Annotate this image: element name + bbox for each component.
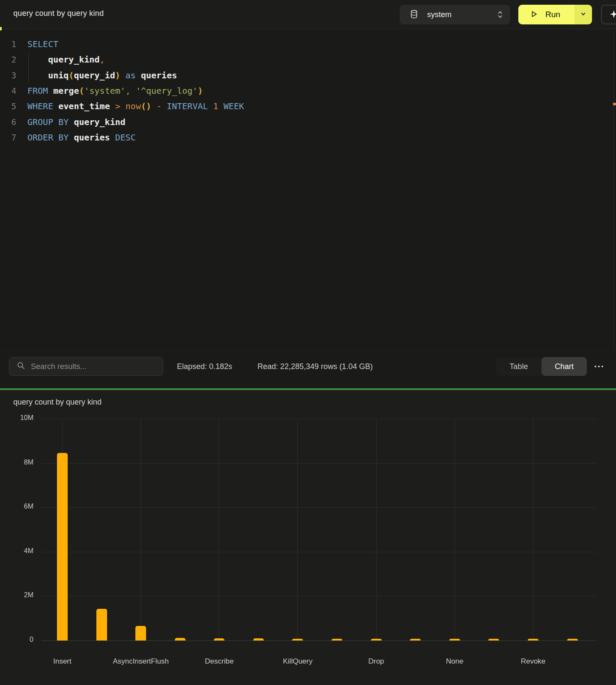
y-axis-label: 6M	[0, 503, 33, 510]
code-text: ORDER BY queries DESC	[27, 132, 136, 143]
chart-bar[interactable]	[135, 626, 146, 640]
x-axis-label: AsyncInsertFlush	[102, 657, 179, 666]
chart-bar[interactable]	[332, 639, 342, 640]
y-gridline	[42, 419, 597, 419]
x-axis-label: None	[416, 657, 493, 666]
x-axis-label: Drop	[338, 657, 415, 666]
chart-bar[interactable]	[57, 453, 68, 640]
toolbar-actions: system Run	[400, 5, 616, 24]
line-number: 7	[0, 133, 16, 142]
chart-bar[interactable]	[292, 639, 303, 640]
line-number: 4	[0, 86, 16, 95]
search-icon	[17, 361, 25, 372]
ellipsis-menu-icon[interactable]	[592, 357, 606, 376]
code-line[interactable]: 2 query_kind,	[0, 52, 616, 67]
y-axis-label: 10M	[0, 414, 33, 422]
sql-console-window: query count by query kind system	[0, 0, 616, 685]
run-options-button[interactable]	[574, 5, 592, 24]
x-axis-label: Revoke	[494, 657, 571, 666]
database-selector[interactable]: system	[400, 5, 510, 24]
line-number: 6	[0, 117, 16, 127]
y-gridline	[42, 596, 597, 596]
code-text: query_kind,	[27, 54, 105, 65]
line-number: 3	[0, 71, 16, 80]
chart-bar[interactable]	[488, 639, 499, 640]
chart-bar[interactable]	[371, 639, 382, 640]
x-gridline	[297, 419, 298, 640]
results-toolbar: Elapsed: 0.182s Read: 22,285,349 rows (1…	[0, 350, 616, 388]
chart-bar[interactable]	[449, 639, 460, 640]
chart-bar[interactable]	[96, 609, 107, 640]
line-number: 1	[0, 39, 16, 49]
x-gridline	[376, 419, 377, 640]
x-gridline	[219, 419, 219, 640]
code-text: uniq(query_id) as queries	[27, 70, 177, 80]
sql-editor[interactable]: 1SELECT2 query_kind,3 uniq(query_id) as …	[0, 30, 616, 350]
play-icon	[530, 10, 538, 20]
code-text: FROM merge('system', '^query_log')	[27, 86, 203, 96]
chart-bar[interactable]	[410, 639, 421, 640]
x-gridline	[141, 419, 141, 640]
chart-bar[interactable]	[175, 638, 185, 640]
y-axis-label: 0	[0, 636, 33, 643]
read-stat: Read: 22,285,349 rows (1.04 GB)	[257, 357, 373, 376]
x-axis-label: Insert	[24, 657, 101, 666]
chart-bar[interactable]	[528, 639, 538, 640]
tab-chart[interactable]: Chart	[541, 357, 587, 376]
code-text: WHERE event_time > now() - INTERVAL 1 WE…	[27, 101, 244, 111]
code-text: SELECT	[27, 39, 58, 49]
chevron-down-icon	[580, 11, 586, 18]
y-axis-label: 4M	[0, 547, 33, 555]
chart-title: query count by query kind	[13, 398, 102, 407]
x-gridline	[455, 419, 455, 640]
code-line[interactable]: 3 uniq(query_id) as queries	[0, 68, 616, 83]
y-axis-label: 8M	[0, 459, 33, 466]
chart-bar[interactable]	[567, 639, 578, 640]
query-tab-title: query count by query kind	[13, 9, 104, 18]
database-selector-value: system	[427, 10, 452, 19]
tab-table[interactable]: Table	[496, 357, 541, 376]
code-lines: 1SELECT2 query_kind,3 uniq(query_id) as …	[0, 36, 616, 145]
search-box	[9, 357, 163, 376]
y-gridline	[42, 552, 597, 552]
code-line[interactable]: 1SELECT	[0, 36, 616, 52]
left-edge-accent	[0, 27, 2, 30]
ai-assist-button[interactable]	[601, 5, 616, 24]
top-toolbar: query count by query kind system	[0, 0, 616, 29]
y-gridline	[42, 463, 597, 464]
sparkle-icon	[609, 9, 616, 20]
run-button-label: Run	[545, 10, 560, 19]
database-icon	[410, 9, 418, 20]
y-gridline	[42, 507, 597, 508]
code-line[interactable]: 4FROM merge('system', '^query_log')	[0, 83, 616, 98]
x-axis-label: Describe	[181, 657, 258, 666]
code-line[interactable]: 6GROUP BY query_kind	[0, 114, 616, 129]
x-gridline	[533, 419, 533, 640]
line-number: 5	[0, 101, 16, 111]
y-axis-label: 2M	[0, 591, 33, 599]
code-text: GROUP BY query_kind	[27, 117, 126, 127]
chart-bar[interactable]	[214, 638, 224, 640]
elapsed-stat: Elapsed: 0.182s	[177, 357, 232, 376]
code-line[interactable]: 7ORDER BY queries DESC	[0, 130, 616, 145]
x-axis-label: KillQuery	[259, 657, 336, 666]
line-number: 2	[0, 55, 16, 64]
chart-bar[interactable]	[253, 638, 264, 640]
chevron-up-down-icon	[497, 9, 503, 20]
indent-guide	[28, 52, 29, 83]
code-line[interactable]: 5WHERE event_time > now() - INTERVAL 1 W…	[0, 98, 616, 114]
search-results-input[interactable]	[31, 362, 157, 371]
y-gridline	[42, 640, 597, 641]
run-button-group: Run	[518, 5, 592, 24]
view-toggle: Table Chart	[496, 357, 587, 376]
chart-panel: query count by query kind 10M8M6M4M2M0In…	[0, 390, 616, 685]
overview-ruler-mark	[613, 103, 616, 105]
run-button[interactable]: Run	[518, 5, 574, 24]
